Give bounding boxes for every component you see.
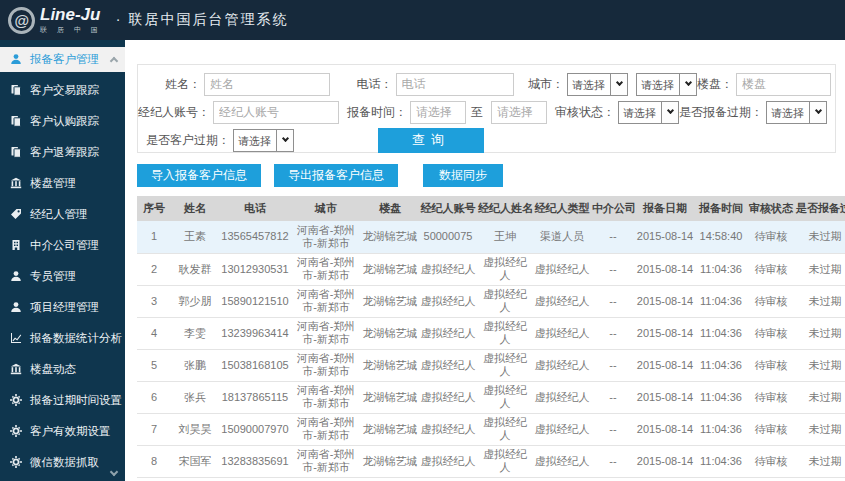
table-cell: 13565457812 xyxy=(219,221,291,253)
table-cell: 虚拟经纪人 xyxy=(419,445,477,477)
table-cell: 待审核 xyxy=(747,381,795,413)
table-cell: 虚拟经纪人 xyxy=(477,413,533,445)
table-cell: 虚拟经纪人 xyxy=(419,349,477,381)
sidebar-item-报备数据统计分析[interactable]: 报备数据统计分析 xyxy=(0,326,125,351)
table-cell: 河南省-郑州市-新郑市 xyxy=(291,285,361,317)
table-cell: 11:04:36 xyxy=(695,317,747,349)
bank-icon xyxy=(10,363,23,376)
files-icon xyxy=(10,84,23,97)
table-cell: 11:04:36 xyxy=(695,445,747,477)
phone-input[interactable] xyxy=(396,73,514,96)
table-cell: 未过期 xyxy=(795,381,845,413)
sidebar-item-label: 报备过期时间设置 xyxy=(30,393,122,408)
sidebar-item-客户交易跟踪[interactable]: 客户交易跟踪 xyxy=(0,78,125,103)
column-header: 报备日期 xyxy=(635,196,695,221)
import-customers-button[interactable]: 导入报备客户信息 xyxy=(137,164,261,187)
sidebar: 报备客户管理客户交易跟踪客户认购跟踪客户退筹跟踪楼盘管理经纪人管理中介公司管理专… xyxy=(0,40,125,481)
chevron-up-icon xyxy=(110,57,118,65)
table-cell: 未过期 xyxy=(795,221,845,253)
table-row[interactable]: 8宋国军13283835691河南省-郑州市-新郑市龙湖锦艺城虚拟经纪人虚拟经纪… xyxy=(137,445,845,477)
table-cell: -- xyxy=(591,349,635,381)
table-cell: 4 xyxy=(137,317,171,349)
data-sync-button[interactable]: 数据同步 xyxy=(423,164,503,187)
table-cell: 13012930531 xyxy=(219,253,291,285)
table-cell: 渠道人员 xyxy=(533,221,591,253)
customer-name-link[interactable]: 耿发群 xyxy=(171,253,219,285)
table-cell: 未过期 xyxy=(795,285,845,317)
table-row[interactable]: 2耿发群13012930531河南省-郑州市-新郑市龙湖锦艺城虚拟经纪人虚拟经纪… xyxy=(137,253,845,285)
table-header-row: 序号姓名电话城市楼盘经纪人账号经纪人姓名经纪人类型中介公司报备日期报备时间审核状… xyxy=(137,196,845,221)
user-icon xyxy=(10,270,23,283)
table-cell: 1 xyxy=(137,221,171,253)
sidebar-item-中介公司管理[interactable]: 中介公司管理 xyxy=(0,233,125,258)
customer-name-link[interactable]: 王素 xyxy=(171,221,219,253)
table-cell: 5 xyxy=(137,349,171,381)
page-title: ·联居中国后台管理系统 xyxy=(116,11,289,29)
table-cell: 龙湖锦艺城 xyxy=(361,285,419,317)
table-row[interactable]: 7刘昊昊15090007970河南省-郑州市-新郑市龙湖锦艺城虚拟经纪人虚拟经纪… xyxy=(137,413,845,445)
city-district-select[interactable]: 请选择 xyxy=(636,73,697,96)
city-province-select[interactable]: 请选择 xyxy=(567,73,628,96)
table-cell: 未过期 xyxy=(795,445,845,477)
table-row[interactable]: 6张兵18137865115河南省-郑州市-新郑市龙湖锦艺城虚拟经纪人虚拟经纪人… xyxy=(137,381,845,413)
table-cell: -- xyxy=(591,381,635,413)
agent-account-input[interactable] xyxy=(213,101,339,124)
column-header: 中介公司 xyxy=(591,196,635,221)
table-cell: 王坤 xyxy=(477,221,533,253)
table-row[interactable]: 4李雯13239963414河南省-郑州市-新郑市龙湖锦艺城虚拟经纪人虚拟经纪人… xyxy=(137,317,845,349)
sidebar-item-报备过期时间设置[interactable]: 报备过期时间设置 xyxy=(0,388,125,413)
sidebar-item-客户认购跟踪[interactable]: 客户认购跟踪 xyxy=(0,109,125,134)
customer-name-link[interactable]: 刘昊昊 xyxy=(171,413,219,445)
audit-status-select[interactable]: 请选择 xyxy=(618,101,679,124)
customer-expired-select[interactable]: 请选择 xyxy=(233,129,294,152)
sidebar-item-经纪人管理[interactable]: 经纪人管理 xyxy=(0,202,125,227)
search-button[interactable]: 查询 xyxy=(378,128,484,153)
logo: @ Line-Ju 联 居 中 国 xyxy=(0,6,102,35)
chevron-down-icon xyxy=(661,102,678,123)
table-row[interactable]: 5张鹏15038168105河南省-郑州市-新郑市龙湖锦艺城虚拟经纪人虚拟经纪人… xyxy=(137,349,845,381)
table-cell: 2 xyxy=(137,253,171,285)
customer-name-link[interactable]: 郭少朋 xyxy=(171,285,219,317)
report-time-to-input[interactable] xyxy=(491,101,547,124)
customer-name-link[interactable]: 李雯 xyxy=(171,317,219,349)
sidebar-item-专员管理[interactable]: 专员管理 xyxy=(0,264,125,289)
brand-name: Line-Ju xyxy=(40,6,102,23)
report-expired-select[interactable]: 请选择 xyxy=(766,101,827,124)
sidebar-item-微信数据抓取[interactable]: 微信数据抓取 xyxy=(0,450,125,475)
sidebar-item-楼盘动态[interactable]: 楼盘动态 xyxy=(0,357,125,382)
app-window: @ Line-Ju 联 居 中 国 ·联居中国后台管理系统 报备客户管理客户交易… xyxy=(0,0,845,481)
sidebar-item-客户有效期设置[interactable]: 客户有效期设置 xyxy=(0,419,125,444)
table-cell: 2015-08-14 xyxy=(635,413,695,445)
customer-name-link[interactable]: 宋国军 xyxy=(171,445,219,477)
table-row[interactable]: 1王素13565457812河南省-郑州市-新郑市龙湖锦艺城50000075王坤… xyxy=(137,221,845,253)
table-cell: 虚拟经纪人 xyxy=(477,349,533,381)
sidebar-item-项目经理管理[interactable]: 项目经理管理 xyxy=(0,295,125,320)
table-cell: 河南省-郑州市-新郑市 xyxy=(291,381,361,413)
name-input[interactable] xyxy=(204,73,330,96)
customer-name-link[interactable]: 张鹏 xyxy=(171,349,219,381)
table-cell: 未过期 xyxy=(795,413,845,445)
table-cell: 龙湖锦艺城 xyxy=(361,445,419,477)
table-cell: 虚拟经纪人 xyxy=(419,381,477,413)
sidebar-item-报备客户管理[interactable]: 报备客户管理 xyxy=(0,47,125,72)
report-time-from-input[interactable] xyxy=(410,101,466,124)
gear-icon xyxy=(10,394,23,407)
export-customers-button[interactable]: 导出报备客户信息 xyxy=(274,164,398,187)
sidebar-item-客户退筹跟踪[interactable]: 客户退筹跟踪 xyxy=(0,140,125,165)
customer-name-link[interactable]: 张兵 xyxy=(171,381,219,413)
sidebar-item-label: 客户交易跟踪 xyxy=(30,83,99,98)
office-icon xyxy=(10,239,23,252)
chevron-down-icon xyxy=(679,74,696,95)
table-cell: 15090007970 xyxy=(219,413,291,445)
column-header: 楼盘 xyxy=(361,196,419,221)
chevron-down-icon xyxy=(276,130,293,151)
building-input[interactable] xyxy=(736,73,831,96)
sidebar-item-label: 报备数据统计分析 xyxy=(30,331,122,346)
column-header: 是否报备过期 xyxy=(795,196,845,221)
sidebar-item-楼盘管理[interactable]: 楼盘管理 xyxy=(0,171,125,196)
table-cell: 待审核 xyxy=(747,285,795,317)
title-separator: · xyxy=(116,11,123,27)
column-header: 城市 xyxy=(291,196,361,221)
table-cell: 待审核 xyxy=(747,221,795,253)
table-row[interactable]: 3郭少朋15890121510河南省-郑州市-新郑市龙湖锦艺城虚拟经纪人虚拟经纪… xyxy=(137,285,845,317)
